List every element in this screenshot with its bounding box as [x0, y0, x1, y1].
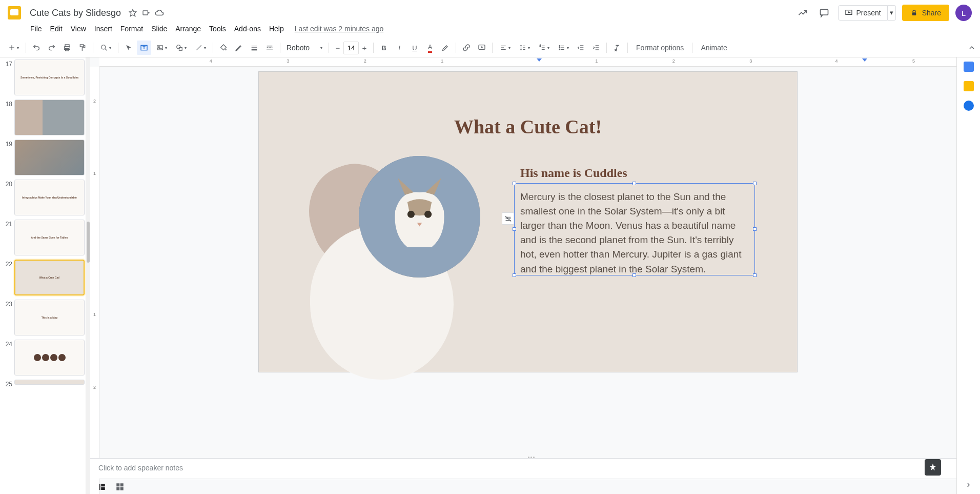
cloud-icon[interactable]: [155, 8, 164, 17]
italic-button[interactable]: I: [392, 41, 406, 55]
last-edit-link[interactable]: Last edit was 2 minutes ago: [295, 25, 384, 33]
thumb-25[interactable]: [14, 380, 85, 385]
thumb-24[interactable]: [14, 340, 85, 376]
print-button[interactable]: [60, 41, 74, 55]
thumb-20[interactable]: Infographics Make Your Idea Understandab…: [14, 180, 85, 215]
resize-handle-tc[interactable]: [632, 182, 636, 185]
menu-addons[interactable]: Add-ons: [231, 23, 264, 35]
slide-body-text[interactable]: Mercury is the closest planet to the Sun…: [520, 190, 751, 276]
svg-point-43: [559, 49, 560, 50]
account-avatar[interactable]: L: [955, 5, 972, 21]
filmstrip-scrollbar[interactable]: [86, 57, 90, 494]
font-size-decrease[interactable]: −: [332, 42, 343, 54]
menu-edit[interactable]: Edit: [47, 23, 66, 35]
highlight-button[interactable]: [438, 41, 453, 55]
select-tool[interactable]: [121, 41, 136, 55]
sidepanel-collapse[interactable]: ›: [967, 479, 970, 490]
resize-handle-ml[interactable]: [513, 227, 516, 231]
zoom-button[interactable]: [96, 41, 115, 55]
cat-image[interactable]: [359, 156, 480, 278]
share-button[interactable]: Share: [902, 5, 949, 21]
horizontal-ruler[interactable]: 4 3 2 1 1 2 3 4 5: [99, 57, 956, 67]
thumb-22[interactable]: What a Cute Cat!: [14, 260, 85, 295]
resize-handle-mr[interactable]: [753, 227, 757, 231]
resize-handle-tr[interactable]: [753, 182, 757, 185]
font-size-input[interactable]: [343, 42, 359, 54]
align-button[interactable]: [496, 41, 514, 55]
slides-logo[interactable]: [4, 3, 25, 23]
resize-handle-br[interactable]: [753, 273, 757, 277]
svg-line-21: [196, 45, 201, 50]
new-slide-button[interactable]: [4, 41, 23, 55]
thumb-21[interactable]: And the Same Goes for Tables: [14, 220, 85, 255]
comments-icon[interactable]: [816, 5, 832, 21]
menu-slide[interactable]: Slide: [148, 23, 171, 35]
notes-resize-handle[interactable]: [523, 457, 539, 461]
paint-format-button[interactable]: [75, 41, 90, 55]
format-options-button[interactable]: Format options: [631, 42, 689, 54]
ruler-indent-right[interactable]: [862, 58, 867, 62]
move-icon[interactable]: [141, 8, 151, 17]
present-button[interactable]: Present: [838, 5, 887, 21]
insert-link-button[interactable]: [459, 41, 474, 55]
autofit-icon[interactable]: [502, 212, 514, 225]
keep-icon[interactable]: [964, 81, 974, 91]
menu-arrange[interactable]: Arrange: [172, 23, 205, 35]
decrease-indent-button[interactable]: [574, 41, 588, 55]
present-dropdown[interactable]: ▾: [888, 5, 896, 21]
filmstrip[interactable]: 17Sometimes, Revisiting Concepts Is a Go…: [0, 57, 86, 494]
image-tool[interactable]: [152, 41, 171, 55]
grid-view-button[interactable]: [113, 481, 127, 493]
doc-title[interactable]: Cute Cats by Slidesgo: [27, 7, 124, 19]
collapse-toolbar-button[interactable]: [968, 44, 976, 52]
explore-button[interactable]: [925, 459, 941, 476]
underline-button[interactable]: U: [407, 41, 422, 55]
line-spacing-button[interactable]: [515, 41, 534, 55]
menu-tools[interactable]: Tools: [206, 23, 230, 35]
resize-handle-bl[interactable]: [513, 273, 516, 277]
shape-tool[interactable]: [172, 41, 190, 55]
svg-point-59: [424, 211, 432, 218]
increase-indent-button[interactable]: [589, 41, 603, 55]
speaker-notes[interactable]: Click to add speaker notes: [90, 458, 956, 479]
menu-help[interactable]: Help: [266, 23, 288, 35]
menu-format[interactable]: Format: [117, 23, 147, 35]
redo-button[interactable]: [45, 41, 59, 55]
svg-rect-69: [116, 487, 119, 490]
thumb-17[interactable]: Sometimes, Revisiting Concepts Is a Good…: [14, 60, 85, 95]
slide-subtitle[interactable]: His name is Cuddles: [520, 166, 627, 180]
line-tool[interactable]: [191, 41, 210, 55]
slide-canvas[interactable]: What a Cute Cat! His name is Cuddles Mer…: [259, 72, 797, 372]
svg-rect-11: [80, 45, 84, 47]
calendar-icon[interactable]: [964, 62, 974, 72]
vertical-ruler[interactable]: 2 1 1 2 3: [90, 67, 99, 494]
clear-formatting-button[interactable]: [610, 41, 624, 55]
activity-icon[interactable]: [795, 5, 810, 21]
add-comment-button[interactable]: [475, 41, 489, 55]
textbox-tool[interactable]: [137, 41, 151, 55]
border-color-button[interactable]: [232, 41, 246, 55]
bold-button[interactable]: B: [377, 41, 391, 55]
thumb-19[interactable]: [14, 140, 85, 175]
fill-color-button[interactable]: [216, 41, 231, 55]
menu-view[interactable]: View: [67, 23, 90, 35]
menu-file[interactable]: File: [27, 23, 46, 35]
bulleted-list-button[interactable]: [554, 41, 573, 55]
ruler-indent-left[interactable]: [537, 58, 542, 62]
menu-insert[interactable]: Insert: [91, 23, 116, 35]
thumb-18[interactable]: [14, 100, 85, 135]
tasks-icon[interactable]: [964, 101, 974, 111]
animate-button[interactable]: Animate: [696, 42, 732, 54]
border-dash-button[interactable]: [262, 41, 277, 55]
share-label: Share: [922, 9, 941, 17]
thumb-23[interactable]: This Is a Map: [14, 300, 85, 335]
text-color-button[interactable]: A: [423, 41, 437, 55]
border-weight-button[interactable]: [247, 41, 261, 55]
slide-title[interactable]: What a Cute Cat!: [259, 115, 797, 138]
undo-button[interactable]: [29, 41, 44, 55]
font-size-increase[interactable]: +: [359, 42, 370, 54]
resize-handle-tl[interactable]: [513, 182, 516, 185]
numbered-list-button[interactable]: 1: [535, 41, 553, 55]
star-icon[interactable]: [128, 8, 137, 17]
font-select[interactable]: Roboto: [283, 42, 325, 54]
